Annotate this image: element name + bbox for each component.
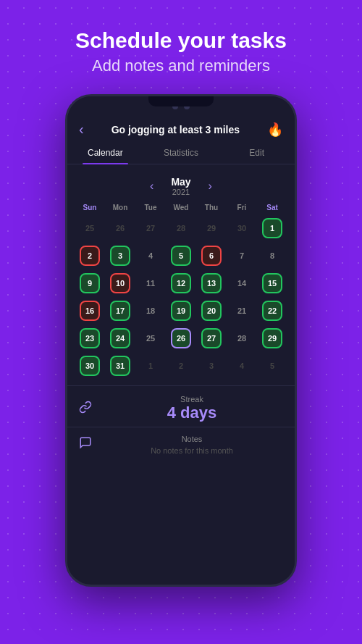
back-button[interactable]: ‹ [79,121,84,138]
cal-cell[interactable]: 24 [105,326,135,351]
cal-day: 7 [232,246,252,266]
cal-day: 28 [232,328,252,348]
cal-day: 3 [201,356,222,376]
cal-cell[interactable]: 28 [166,216,196,241]
streak-label: Streak [101,395,283,403]
streak-section: Streak 4 days [67,385,295,427]
cal-cell[interactable]: 1 [135,354,166,378]
tab-edit[interactable]: Edit [219,142,295,164]
cal-day: 1 [140,356,161,376]
cal-day: 27 [201,328,222,348]
tab-calendar[interactable]: Calendar [67,142,143,164]
cal-cell[interactable]: 12 [166,271,196,296]
cal-day: 14 [232,273,252,293]
task-title: Go jogging at least 3 miles [90,124,261,135]
tab-bar: Calendar Statistics Edit [67,142,295,164]
cal-day: 6 [201,246,222,266]
cal-cell[interactable]: 8 [257,243,287,268]
cal-cell[interactable]: 31 [105,354,135,378]
day-header-wed: Wed [166,204,196,212]
cal-cell[interactable]: 21 [227,298,257,323]
cal-cell[interactable]: 27 [196,326,227,351]
cal-cell[interactable]: 10 [105,271,135,296]
cal-cell[interactable]: 17 [105,298,135,323]
cal-cell[interactable]: 13 [196,271,227,296]
cal-cell[interactable]: 25 [75,216,105,241]
month-name: May [171,176,190,188]
cal-cell[interactable]: 9 [75,271,105,296]
cal-day: 28 [171,218,191,238]
cal-cell[interactable]: 22 [257,298,287,323]
cal-day: 3 [110,246,130,266]
cal-day: 29 [201,218,222,238]
cal-cell[interactable]: 15 [257,271,287,296]
cal-day: 21 [232,301,252,321]
day-header-mon: Mon [105,204,135,212]
cal-cell[interactable]: 5 [166,243,196,268]
cal-day: 1 [262,218,282,238]
cal-day: 29 [262,328,282,348]
streak-info: Streak 4 days [101,395,283,422]
cal-cell[interactable]: 16 [75,298,105,323]
cal-cell[interactable]: 27 [135,216,166,241]
cal-cell[interactable]: 19 [166,298,196,323]
cal-cell[interactable]: 29 [257,326,287,351]
app-content: ‹ Go jogging at least 3 miles 🔥 Calendar… [67,115,295,577]
cal-cell[interactable]: 3 [196,354,227,378]
day-header-tue: Tue [135,204,166,212]
cal-day: 20 [201,301,222,321]
cal-day: 23 [80,328,100,348]
cal-day: 4 [140,246,161,266]
cal-cell[interactable]: 30 [75,354,105,378]
cal-cell[interactable]: 4 [227,354,257,378]
cal-cell[interactable]: 30 [227,216,257,241]
tab-statistics[interactable]: Statistics [143,142,219,164]
next-month-button[interactable]: › [209,180,212,193]
cal-cell[interactable]: 11 [135,271,166,296]
cal-day: 16 [80,301,100,321]
cal-day: 11 [140,273,161,293]
cal-day: 15 [262,273,282,293]
cal-day: 9 [80,273,100,293]
calendar-grid: 2526272829301234567891011121314151617181… [67,214,295,380]
cal-cell[interactable]: 25 [135,326,166,351]
flame-icon[interactable]: 🔥 [267,122,283,138]
prev-month-button[interactable]: ‹ [150,180,153,193]
cal-cell[interactable]: 3 [105,243,135,268]
cal-day: 2 [80,246,100,266]
streak-value: 4 days [101,403,283,422]
cal-cell[interactable]: 26 [105,216,135,241]
cal-cell[interactable]: 18 [135,298,166,323]
cal-day: 17 [110,301,130,321]
cal-cell[interactable]: 28 [227,326,257,351]
cal-cell[interactable]: 20 [196,298,227,323]
day-header-thu: Thu [196,204,227,212]
cal-cell[interactable]: 2 [75,243,105,268]
year-name: 2021 [171,188,190,196]
phone-notch [148,96,214,106]
cal-cell[interactable]: 29 [196,216,227,241]
hero-subtitle: Add notes and reminders [14,57,348,75]
notes-section: Notes No notes for this month [67,427,295,459]
cal-cell[interactable]: 7 [227,243,257,268]
cal-cell[interactable]: 1 [257,216,287,241]
notes-icon [79,436,92,453]
cal-day: 12 [171,273,191,293]
cal-cell[interactable]: 14 [227,271,257,296]
cal-cell[interactable]: 23 [75,326,105,351]
cal-day: 22 [262,301,282,321]
app-header: ‹ Go jogging at least 3 miles 🔥 [67,115,295,142]
cal-day: 18 [140,301,161,321]
cal-day: 30 [80,356,100,376]
cal-cell[interactable]: 2 [166,354,196,378]
calendar-header: ‹ May 2021 › [67,172,295,198]
cal-day: 8 [262,246,282,266]
cal-cell[interactable]: 6 [196,243,227,268]
cal-day: 25 [80,218,100,238]
hero-title: Schedule your tasks [14,28,348,54]
cal-cell[interactable]: 26 [166,326,196,351]
cal-cell[interactable]: 4 [135,243,166,268]
cal-day: 2 [171,356,191,376]
cal-day: 30 [232,218,252,238]
cal-cell[interactable]: 5 [257,354,287,378]
